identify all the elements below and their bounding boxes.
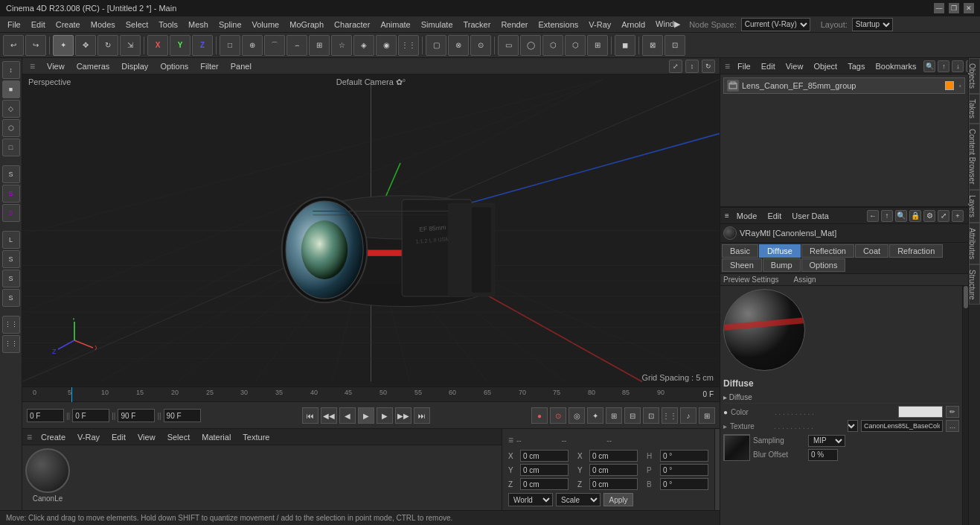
tl-audio-btn[interactable]: ♪ bbox=[680, 407, 696, 424]
env-button[interactable]: ⬡ bbox=[542, 35, 563, 56]
mat-tab-options[interactable]: Options bbox=[801, 258, 846, 272]
menu-tools[interactable]: Tools bbox=[154, 19, 182, 31]
texture-browse-btn[interactable]: … bbox=[946, 420, 959, 432]
mat-menu-select[interactable]: Select bbox=[164, 431, 193, 443]
viewport[interactable]: EF 85mm 1:1.2 L II USM bbox=[22, 74, 720, 386]
tl-prev-btn2[interactable]: ⊞ bbox=[606, 407, 622, 424]
deform-button[interactable]: ⌢ bbox=[286, 35, 307, 56]
obj-search-btn[interactable]: 🔍 bbox=[923, 60, 935, 72]
attr-up-btn[interactable]: ↑ bbox=[881, 210, 893, 222]
redo-button[interactable]: ↪ bbox=[25, 35, 46, 56]
tl-key-sel-btn[interactable]: ✦ bbox=[587, 407, 603, 424]
obj-menu-bookmarks[interactable]: Bookmarks bbox=[872, 60, 919, 72]
y-axis-button[interactable]: Y bbox=[170, 35, 190, 56]
x-axis-button[interactable]: X bbox=[147, 35, 168, 56]
frame-end-input[interactable] bbox=[118, 409, 155, 422]
menu-modes[interactable]: Modes bbox=[86, 19, 120, 31]
obj-menu-tags[interactable]: Tags bbox=[845, 60, 868, 72]
mograph-button[interactable]: ◉ bbox=[376, 35, 397, 56]
tl-autokey-btn[interactable]: ⊙ bbox=[550, 407, 566, 424]
mat-tab-coat[interactable]: Coat bbox=[855, 244, 888, 258]
menu-create[interactable]: Create bbox=[51, 19, 85, 31]
obj-menu-file[interactable]: File bbox=[734, 60, 754, 72]
layout-select[interactable]: Startup bbox=[852, 18, 893, 31]
mat-tab-sheen[interactable]: Sheen bbox=[722, 258, 762, 272]
attr-edit[interactable]: Edit bbox=[764, 210, 784, 222]
tl-motion-btn[interactable]: ⊡ bbox=[643, 407, 659, 424]
menu-simulate[interactable]: Simulate bbox=[417, 19, 458, 31]
menu-animate[interactable]: Animate bbox=[376, 19, 414, 31]
rtab-layers[interactable]: Layers bbox=[969, 190, 980, 223]
render-view-button[interactable]: ⊡ bbox=[664, 35, 685, 56]
sidebar-mode2-btn[interactable]: ⋮⋮ bbox=[2, 335, 20, 353]
color-swatch[interactable] bbox=[898, 406, 943, 418]
object-row-lens[interactable]: Lens_Canon_EF_85mm_group • bbox=[723, 77, 965, 94]
coord-scale-select[interactable]: Scale bbox=[556, 493, 601, 506]
attr-gear-btn[interactable]: ⚙ bbox=[923, 210, 935, 222]
move-tool-button[interactable]: ✦ bbox=[53, 35, 74, 56]
vp-menu-icon[interactable]: ≡ bbox=[27, 60, 38, 73]
rtab-structure[interactable]: Structure bbox=[969, 264, 980, 305]
menu-edit[interactable]: Edit bbox=[27, 19, 50, 31]
attr-userdata[interactable]: User Data bbox=[789, 210, 832, 222]
vp-solo-btn[interactable]: ↕ bbox=[685, 60, 699, 73]
vp-menu-filter[interactable]: Filter bbox=[197, 60, 221, 72]
attr-menu-icon[interactable]: ≡ bbox=[725, 211, 729, 220]
select-all-button[interactable]: ◼ bbox=[615, 35, 635, 56]
menu-wind[interactable]: Wind▶ bbox=[651, 18, 685, 31]
obj-menu-edit[interactable]: Edit bbox=[758, 60, 778, 72]
rotate-button[interactable]: ↻ bbox=[97, 35, 118, 56]
node-space-select[interactable]: Current (V-Ray) bbox=[741, 18, 810, 31]
vp-lock-btn[interactable]: ↻ bbox=[702, 60, 715, 73]
mat-tab-diffuse[interactable]: Diffuse bbox=[759, 244, 801, 258]
vp-expand-btn[interactable]: ⤢ bbox=[669, 60, 682, 73]
sidebar-poly-btn[interactable]: ⬡ bbox=[2, 119, 20, 137]
undo-button[interactable]: ↩ bbox=[3, 35, 24, 56]
mat-tab-bump[interactable]: Bump bbox=[763, 258, 801, 272]
obj-btn2[interactable]: ⊞ bbox=[587, 35, 608, 56]
light-button[interactable]: ☆ bbox=[331, 35, 352, 56]
attr-expand-btn[interactable]: ⤢ bbox=[938, 210, 949, 222]
coord-z2-input[interactable] bbox=[589, 478, 638, 490]
tl-jump-start-btn[interactable]: ⏮ bbox=[302, 407, 318, 424]
coord-menu-icon[interactable]: ≡ bbox=[508, 435, 513, 445]
vp-menu-view[interactable]: View bbox=[44, 60, 68, 72]
tl-dope-btn[interactable]: ⋮⋮ bbox=[662, 407, 678, 424]
maximize-button[interactable]: ❐ bbox=[949, 3, 959, 13]
sidebar-obj-btn[interactable]: ■ bbox=[2, 80, 20, 98]
vp-menu-cameras[interactable]: Cameras bbox=[74, 60, 113, 72]
coord-z1-input[interactable] bbox=[520, 478, 569, 490]
tl-next-key-btn[interactable]: ▶▶ bbox=[395, 407, 411, 424]
coord-h-input[interactable] bbox=[660, 450, 708, 462]
sidebar-uv-btn[interactable]: □ bbox=[2, 139, 20, 156]
minimize-button[interactable]: — bbox=[934, 3, 944, 13]
texture-type-select[interactable]: ▼ bbox=[848, 420, 858, 432]
coord-space-select[interactable]: World bbox=[508, 493, 553, 506]
rtab-attributes[interactable]: Attributes bbox=[969, 223, 980, 264]
mat-tab-reflection[interactable]: Reflection bbox=[801, 244, 854, 258]
tl-record-btn[interactable]: ● bbox=[531, 407, 548, 424]
move-button[interactable]: ✥ bbox=[75, 35, 96, 56]
render-region-button[interactable]: ▢ bbox=[426, 35, 446, 56]
menu-tracker[interactable]: Tracker bbox=[459, 19, 496, 31]
mat-menu-vray[interactable]: V-Ray bbox=[74, 431, 103, 443]
fg-button[interactable]: ⬡ bbox=[565, 35, 586, 56]
sidebar-trans-btn[interactable]: S bbox=[2, 165, 20, 183]
obj-up-btn[interactable]: ↑ bbox=[938, 60, 949, 72]
menu-volume[interactable]: Volume bbox=[248, 19, 284, 31]
floor-button[interactable]: ▭ bbox=[498, 35, 519, 56]
close-button[interactable]: ✕ bbox=[964, 3, 974, 13]
tl-param-btn[interactable]: ⊟ bbox=[624, 407, 641, 424]
blur-input[interactable] bbox=[808, 449, 838, 461]
hair-button[interactable]: ⋮⋮ bbox=[398, 35, 419, 56]
sidebar-move-btn[interactable]: ↕ bbox=[2, 61, 20, 79]
menu-spline[interactable]: Spline bbox=[214, 19, 246, 31]
frame-start-input[interactable] bbox=[27, 409, 64, 422]
frame-current-input[interactable] bbox=[72, 409, 109, 422]
tl-prev-key-btn[interactable]: ◀◀ bbox=[321, 407, 337, 424]
mat-menu-material[interactable]: Material bbox=[199, 431, 234, 443]
z-axis-button[interactable]: Z bbox=[192, 35, 213, 56]
tl-jump-end-btn[interactable]: ⏭ bbox=[414, 407, 430, 424]
menu-arnold[interactable]: Arnold bbox=[617, 19, 650, 31]
sidebar-ctrl-btn[interactable]: S bbox=[2, 204, 20, 222]
